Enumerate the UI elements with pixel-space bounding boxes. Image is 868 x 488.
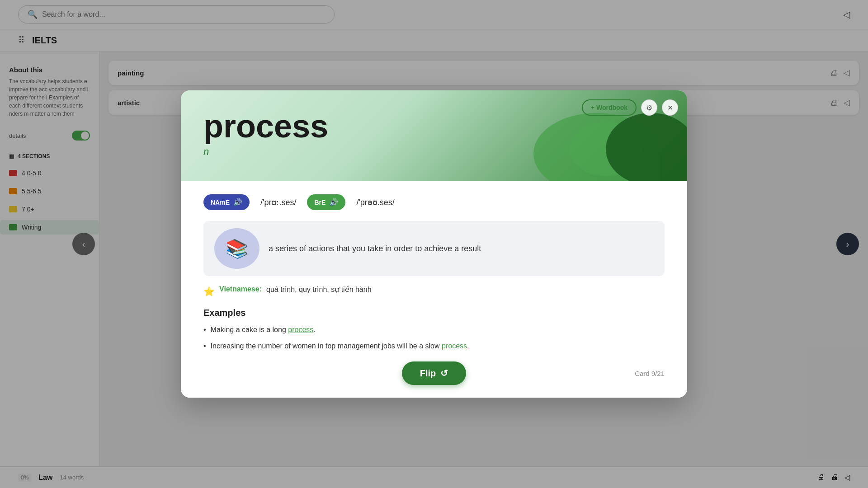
star-icon: ⭐ <box>203 286 215 297</box>
flip-label: Flip <box>420 368 436 379</box>
speaker-icon-name: 🔊 <box>233 198 242 206</box>
example-text-1-after: . <box>313 326 315 333</box>
example-text-1-before: Making a cake is a long <box>211 326 288 333</box>
example-text-2-before: Increasing the number of women in top ma… <box>211 342 442 350</box>
bullet-1: • <box>203 324 206 335</box>
name-badge-label: NAmE <box>211 199 230 206</box>
example-text-2: Increasing the number of women in top ma… <box>211 341 469 352</box>
wordbook-button[interactable]: + Wordbook <box>582 99 637 116</box>
flip-button[interactable]: Flip ↺ <box>402 361 467 385</box>
modal-pos: n <box>203 146 665 158</box>
modal-header: process n + Wordbook ⚙ ✕ <box>181 90 687 181</box>
close-button[interactable]: ✕ <box>662 99 678 116</box>
bre-badge-label: BrE <box>314 199 326 206</box>
modal-overlay: process n + Wordbook ⚙ ✕ NAmE 🔊 /'prɑː.s… <box>0 0 868 488</box>
example-item-2: • Increasing the number of women in top … <box>203 341 665 352</box>
definition-text: a series of actions that you take in ord… <box>269 243 481 255</box>
vietnamese-text: quá trình, quy trình, sự tiến hành <box>266 285 372 294</box>
flip-icon: ↺ <box>440 368 448 379</box>
bre-badge[interactable]: BrE 🔊 <box>307 194 345 210</box>
definition-card: 📚 a series of actions that you take in o… <box>203 221 665 276</box>
bullet-2: • <box>203 341 206 352</box>
example-highlight-2: process <box>442 342 467 350</box>
word-modal: process n + Wordbook ⚙ ✕ NAmE 🔊 /'prɑː.s… <box>181 90 687 398</box>
name-badge[interactable]: NAmE 🔊 <box>203 194 250 210</box>
name-pron-text: /'prɑː.ses/ <box>260 197 296 207</box>
modal-controls: + Wordbook ⚙ ✕ <box>582 99 678 116</box>
settings-button[interactable]: ⚙ <box>641 99 657 116</box>
card-counter: Card 9/21 <box>635 370 665 377</box>
definition-illustration: 📚 <box>214 228 259 269</box>
example-list: • Making a cake is a long process. • Inc… <box>203 324 665 352</box>
example-text-2-after: . <box>467 342 469 350</box>
modal-footer: Flip ↺ Card 9/21 <box>181 361 687 385</box>
example-text-1: Making a cake is a long process. <box>211 324 316 335</box>
example-item-1: • Making a cake is a long process. <box>203 324 665 335</box>
pronunciation-row: NAmE 🔊 /'prɑː.ses/ BrE 🔊 /'prəʊ.ses/ <box>203 194 665 210</box>
bre-pron-text: /'prəʊ.ses/ <box>356 197 394 207</box>
speaker-icon-bre: 🔊 <box>329 198 338 206</box>
example-highlight-1: process <box>288 326 313 333</box>
examples-title: Examples <box>203 308 665 318</box>
vietnamese-row: ⭐ Vietnamese: quá trình, quy trình, sự t… <box>203 285 665 297</box>
vietnamese-label: Vietnamese: <box>219 285 262 293</box>
